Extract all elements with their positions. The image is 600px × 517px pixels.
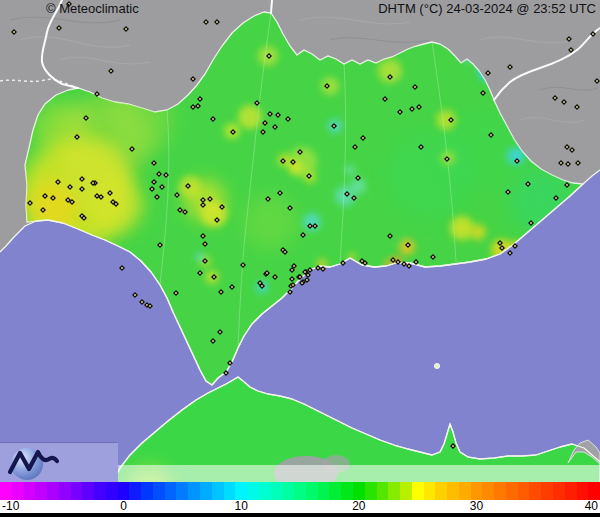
colorbar-segment xyxy=(506,482,518,500)
station-marker-center xyxy=(596,80,598,82)
station-marker-center xyxy=(52,197,54,199)
station-marker-center xyxy=(342,262,344,264)
colorbar-segment xyxy=(118,482,130,500)
station-marker-center xyxy=(514,245,516,247)
colorbar-segment xyxy=(94,482,106,500)
station-marker-center xyxy=(501,247,503,249)
station-marker-center xyxy=(76,136,78,138)
station-marker-center xyxy=(282,160,284,162)
station-marker-center xyxy=(192,78,194,80)
colorbar-segment xyxy=(0,482,12,500)
station-marker-center xyxy=(151,188,153,190)
colorbar-segment xyxy=(224,482,236,500)
station-marker-center xyxy=(530,222,532,224)
station-marker-center xyxy=(161,186,163,188)
colorbar-segment xyxy=(35,482,47,500)
station-marker-center xyxy=(204,243,206,245)
station-marker-center xyxy=(302,234,304,236)
station-marker-center xyxy=(216,21,218,23)
station-marker-center xyxy=(292,161,294,163)
station-marker-center xyxy=(289,207,291,209)
colorbar-segment xyxy=(282,482,294,500)
station-marker-center xyxy=(570,49,572,51)
colorbar-segment xyxy=(141,482,153,500)
station-marker-center xyxy=(289,291,291,293)
station-marker-center xyxy=(209,198,211,200)
station-marker-center xyxy=(165,174,167,176)
station-marker-center xyxy=(268,55,270,57)
station-marker-center xyxy=(446,158,448,160)
station-marker-center xyxy=(516,160,518,162)
station-marker-center xyxy=(389,76,391,78)
station-marker-center xyxy=(291,278,293,280)
colorbar-segment xyxy=(200,482,212,500)
station-marker-center xyxy=(204,260,206,262)
station-marker-center xyxy=(149,305,151,307)
logo-block xyxy=(0,442,118,483)
station-marker-center xyxy=(187,185,189,187)
colorbar-segment xyxy=(388,482,400,500)
station-marker-center xyxy=(487,72,489,74)
station-marker-center xyxy=(262,131,264,133)
station-marker-center xyxy=(131,148,133,150)
colorbar-segment xyxy=(24,482,36,500)
station-marker-center xyxy=(403,263,405,265)
station-marker-center xyxy=(274,276,276,278)
station-marker-center xyxy=(309,269,311,271)
colorbar-tick-label: 0 xyxy=(120,500,127,513)
station-marker-center xyxy=(527,183,529,185)
station-marker-center xyxy=(450,119,452,121)
station-marker-center xyxy=(571,149,573,151)
station-marker-center xyxy=(418,106,420,108)
station-marker-center xyxy=(267,198,269,200)
station-marker-center xyxy=(361,260,363,262)
colorbar-segment xyxy=(377,482,389,500)
station-marker-center xyxy=(411,108,413,110)
colorbar xyxy=(0,482,600,500)
station-marker-center xyxy=(308,175,310,177)
temperature-map xyxy=(0,0,600,517)
station-marker-center xyxy=(279,192,281,194)
station-marker-center xyxy=(229,362,231,364)
station-marker-center xyxy=(202,199,204,201)
station-marker-center xyxy=(299,151,301,153)
station-marker-center xyxy=(293,265,295,267)
station-marker-center xyxy=(292,284,294,286)
station-marker-center xyxy=(568,38,570,40)
station-marker-center xyxy=(83,217,85,219)
station-marker-center xyxy=(71,201,73,203)
station-marker-center xyxy=(452,445,454,447)
station-marker-center xyxy=(232,131,234,133)
station-marker-center xyxy=(141,301,143,303)
station-marker-center xyxy=(242,264,244,266)
station-marker-center xyxy=(407,244,409,246)
station-marker-center xyxy=(397,261,399,263)
station-marker-center xyxy=(58,27,60,29)
station-marker-center xyxy=(213,276,215,278)
station-marker-center xyxy=(158,173,160,175)
colorbar-segment xyxy=(518,482,530,500)
colorbar-segment xyxy=(365,482,377,500)
station-marker-center xyxy=(592,33,594,35)
bottom-border xyxy=(0,513,600,517)
station-marker-center xyxy=(566,146,568,148)
station-marker-center xyxy=(563,101,565,103)
colorbar-segment xyxy=(59,482,71,500)
attribution-text: © Meteoclimatic xyxy=(46,1,139,16)
station-marker-center xyxy=(225,372,227,374)
map-title: DHTM (°C) 24-03-2024 @ 23:52 UTC xyxy=(378,1,596,16)
station-marker-center xyxy=(81,188,83,190)
colorbar-segment xyxy=(106,482,118,500)
station-marker-center xyxy=(96,93,98,95)
colorbar-segment xyxy=(306,482,318,500)
station-marker-center xyxy=(202,204,204,206)
colorbar-segment xyxy=(424,482,436,500)
station-marker-center xyxy=(509,66,511,68)
colorbar-segment xyxy=(494,482,506,500)
station-marker-center xyxy=(134,294,136,296)
station-marker-center xyxy=(231,286,233,288)
station-marker-center xyxy=(362,137,364,139)
colorbar-segment xyxy=(553,482,565,500)
colorbar-segment xyxy=(294,482,306,500)
station-marker-center xyxy=(256,102,258,104)
